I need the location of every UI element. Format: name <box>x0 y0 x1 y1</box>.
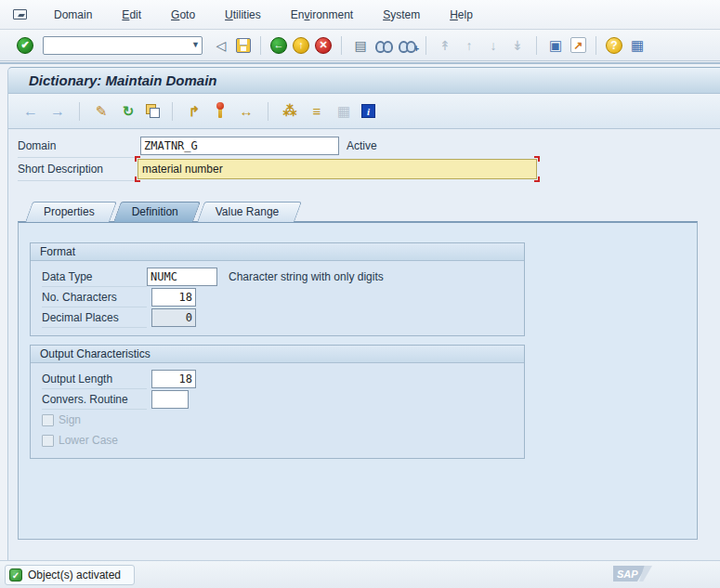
data-type-description: Character string with only digits <box>229 270 384 283</box>
toolbar-separator <box>596 36 596 55</box>
sign-checkbox <box>42 414 54 426</box>
menu-system[interactable]: System <box>380 7 423 23</box>
tab-value-range[interactable]: Value Range <box>201 202 298 222</box>
output-length-row: Output Length <box>42 369 524 389</box>
exit-icon[interactable]: ↑ <box>293 37 309 54</box>
table-icon[interactable]: ▦ <box>334 103 353 120</box>
no-characters-field[interactable] <box>151 288 196 307</box>
print-icon[interactable]: ▤ <box>351 38 370 53</box>
new-session-icon[interactable]: ▣ <box>546 37 565 54</box>
success-check-icon: ✓ <box>9 568 22 581</box>
data-type-row: Data Type Character string with only dig… <box>42 267 524 287</box>
no-characters-label: No. Characters <box>42 287 147 307</box>
save-icon[interactable] <box>236 38 251 53</box>
short-description-field[interactable] <box>137 159 537 179</box>
find-icon[interactable] <box>375 38 393 52</box>
domain-label: Domain <box>18 139 56 152</box>
no-characters-row: No. Characters <box>42 287 524 307</box>
toolbar-separator <box>79 102 80 121</box>
hierarchy-display-icon[interactable]: ⁂ <box>281 103 299 120</box>
runtime-object-icon[interactable]: ≡ <box>308 103 326 119</box>
navigation-icon[interactable]: ↔ <box>237 103 255 119</box>
convers-routine-row: Convers. Routine <box>42 389 524 410</box>
format-group: Format Data Type Character string with o… <box>30 242 525 336</box>
selection-corner <box>534 156 540 162</box>
toolbar-separator <box>260 36 261 55</box>
short-description-wrapper <box>137 159 537 179</box>
tab-strip: Properties Definition Value Range <box>29 202 297 222</box>
toolbar-separator <box>536 36 537 55</box>
next-object-icon[interactable]: → <box>48 103 67 120</box>
help-icon[interactable]: ? <box>606 37 622 54</box>
domain-field[interactable] <box>140 137 339 155</box>
standard-toolbar: ✔ ▼ ◁ ← ↑ ✕ ▤ + ↟ ↑ ↓ ↡ ▣ ↗ ? ▦ <box>0 30 720 61</box>
command-input[interactable] <box>43 36 203 55</box>
hide-command-field-icon[interactable]: ◁ <box>212 38 230 53</box>
command-dropdown-icon[interactable]: ▼ <box>191 40 200 49</box>
toolbar-separator <box>425 36 426 55</box>
sign-label: Sign <box>59 413 81 426</box>
tab-definition[interactable]: Definition <box>117 202 197 222</box>
lower-case-checkbox <box>42 435 54 447</box>
status-message: ✓ Object(s) activated <box>5 565 135 585</box>
menu-goto[interactable]: Goto <box>168 7 198 23</box>
toolbar-separator <box>268 102 268 121</box>
output-length-field[interactable] <box>151 370 196 388</box>
convers-routine-label: Convers. Routine <box>42 389 147 410</box>
data-type-field[interactable] <box>147 268 217 286</box>
system-menu-icon[interactable] <box>13 9 27 20</box>
definition-tab-panel: Format Data Type Character string with o… <box>18 221 698 540</box>
cancel-icon[interactable]: ✕ <box>315 37 332 54</box>
row-separator <box>18 157 138 158</box>
first-page-icon[interactable]: ↟ <box>436 38 454 53</box>
status-message-text: Object(s) activated <box>28 568 121 581</box>
menu-edit[interactable]: Edit <box>119 7 144 23</box>
status-bar: ✓ Object(s) activated SAP <box>0 560 720 588</box>
next-page-icon[interactable]: ↓ <box>484 38 503 53</box>
menu-environment[interactable]: Environment <box>288 7 356 23</box>
screen-titlebar: Dictionary: Maintain Domain <box>8 68 720 94</box>
selection-corner <box>534 176 540 182</box>
display-change-icon[interactable]: ✎ <box>92 103 111 120</box>
convers-routine-field[interactable] <box>151 390 189 409</box>
copy-icon[interactable] <box>146 104 160 118</box>
customize-layout-icon[interactable]: ▦ <box>628 37 647 54</box>
decimal-places-row: Decimal Places <box>42 307 524 328</box>
menu-domain[interactable]: Domain <box>51 7 95 23</box>
screen-content: Domain Active Short Description Properti… <box>8 129 720 560</box>
sign-row: Sign <box>42 410 524 430</box>
decimal-places-field <box>151 308 196 327</box>
format-group-header: Format <box>31 243 524 261</box>
find-next-icon[interactable]: + <box>399 38 416 52</box>
application-toolbar: ← → ✎ ↻ ↱ ↔ ⁂ ≡ ▦ i <box>8 94 720 129</box>
enter-icon[interactable]: ✔ <box>17 37 33 54</box>
previous-page-icon[interactable]: ↑ <box>460 38 478 53</box>
short-description-label: Short Description <box>18 163 103 176</box>
output-characteristics-group: Output Characteristics Output Length Con… <box>30 345 525 459</box>
refresh-icon[interactable]: ↻ <box>119 103 137 120</box>
menu-help[interactable]: Help <box>447 7 476 23</box>
documentation-info-icon[interactable]: i <box>361 104 375 118</box>
activate-icon[interactable] <box>218 104 222 118</box>
sap-gui-window: Domain Edit Goto Utilities Environment S… <box>0 0 720 588</box>
toolbar-separator <box>341 36 342 55</box>
activation-status: Active <box>347 139 377 152</box>
lower-case-label: Lower Case <box>59 434 118 447</box>
menu-utilities[interactable]: Utilities <box>222 7 264 23</box>
back-icon[interactable]: ← <box>270 37 287 54</box>
selection-corner <box>135 156 140 162</box>
divider-line <box>0 62 720 64</box>
previous-object-icon[interactable]: ← <box>21 103 40 120</box>
row-separator <box>18 180 138 181</box>
decimal-places-label: Decimal Places <box>42 307 147 328</box>
menubar: Domain Edit Goto Utilities Environment S… <box>0 0 720 30</box>
last-page-icon[interactable]: ↡ <box>508 38 527 53</box>
where-used-list-icon[interactable]: ↱ <box>185 103 203 120</box>
create-shortcut-icon[interactable]: ↗ <box>570 37 586 53</box>
toolbar-separator <box>172 102 173 121</box>
data-type-label: Data Type <box>42 267 147 287</box>
output-length-label: Output Length <box>42 369 147 389</box>
selection-corner <box>135 176 140 182</box>
lower-case-row: Lower Case <box>42 430 524 451</box>
tab-properties[interactable]: Properties <box>29 202 113 222</box>
